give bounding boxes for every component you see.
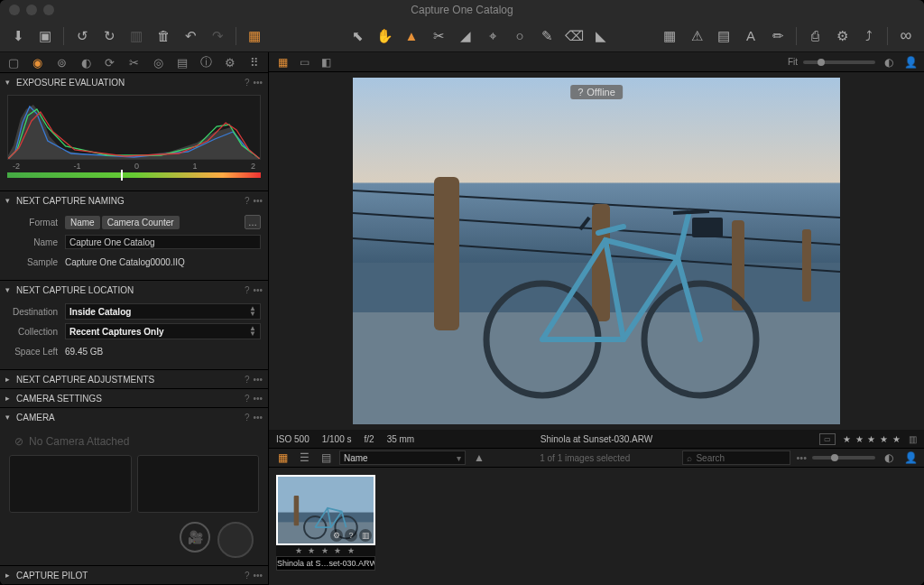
exposure-evaluation-header[interactable]: ▾ EXPOSURE EVALUATION ? ••• [0,73,268,91]
hand-tool-icon[interactable]: ✋ [375,27,393,45]
more-icon[interactable]: ••• [253,413,263,422]
redo-icon[interactable]: ↻ [100,27,118,45]
format-tokens[interactable]: Name Camera Counter … [65,215,261,229]
thumbnail-image[interactable]: ⚙ ? ▥ [276,475,375,545]
output-tab-icon[interactable]: ⚙ [224,55,237,70]
help-icon[interactable]: ? [245,413,250,422]
details-tab-icon[interactable]: ◎ [152,55,165,70]
capture-shutter-button[interactable] [217,522,254,558]
import-icon[interactable]: ⬇ [9,27,27,45]
camera-header[interactable]: ▾ CAMERA ? ••• [0,408,268,426]
export-icon[interactable]: ⤴ [860,27,878,45]
color-tab-icon[interactable]: ◐ [79,55,93,70]
lens-tab-icon[interactable]: ⊚ [55,55,69,70]
delete-icon[interactable]: 🗑 [154,27,172,45]
help-icon[interactable]: ? [245,375,250,385]
exposure-tab-icon[interactable]: ⟳ [104,55,117,70]
thumbnail[interactable]: ⚙ ? ▥ ★ ★ ★ ★ ★ Shinola at S…set-030.ARW [276,475,375,578]
undo-icon[interactable]: ↺ [73,27,91,45]
window-close-icon[interactable] [9,5,20,15]
capture-pilot-header[interactable]: ▸ CAPTURE PILOT ? ••• [0,566,268,584]
annotate-icon[interactable]: A [742,27,760,45]
brush-tool-icon[interactable]: ✎ [538,27,556,45]
more-icon[interactable]: ••• [253,375,263,385]
format-more-button[interactable]: … [245,215,261,229]
thumb-variant-icon[interactable]: ▥ [359,529,372,542]
naming-header[interactable]: ▾ NEXT CAPTURE NAMING ? ••• [0,191,268,209]
browser-exposure-icon[interactable]: ◐ [881,450,897,465]
location-header[interactable]: ▾ NEXT CAPTURE LOCATION ? ••• [0,281,268,299]
reset-icon[interactable]: ▥ [127,27,145,45]
more-icon[interactable]: ••• [253,571,263,580]
batch-tab-icon[interactable]: ⠿ [247,55,261,70]
thumbnail-rating[interactable]: ★ ★ ★ ★ ★ [276,545,375,556]
view-mode-icon[interactable]: ∞ [897,27,915,45]
movie-record-button[interactable]: 🎥 [180,522,210,552]
view-split-icon[interactable]: ◧ [318,55,334,70]
zoom-fit-label[interactable]: Fit [788,57,798,67]
help-icon[interactable]: ? [245,394,250,404]
library-tab-icon[interactable]: ▢ [7,55,21,70]
metadata-tab-icon[interactable]: ⓘ [199,55,213,70]
reset-adjustments-icon[interactable]: ↶ [181,27,199,45]
warning-icon[interactable]: ⚠ [688,27,706,45]
thumbnail-size-slider[interactable] [812,456,875,460]
camera-settings-header[interactable]: ▸ CAMERA SETTINGS ? ••• [0,389,268,407]
token-camera-counter[interactable]: Camera Counter [102,216,180,229]
focus-mask-icon[interactable]: ✏ [769,27,787,45]
thumb-adjust-icon[interactable]: ⚙ [330,529,343,542]
help-icon[interactable]: ? [245,196,250,206]
capture-icon[interactable]: ▣ [36,27,54,45]
more-icon[interactable]: ••• [253,78,263,88]
rating-stars[interactable]: ★ ★ ★ ★ ★ [843,434,901,444]
filter-more-icon[interactable]: ••• [796,452,807,463]
variant-icon[interactable]: ▥ [909,434,917,444]
more-icon[interactable]: ••• [253,196,263,206]
browser-filmstrip-icon[interactable]: ▤ [318,450,334,465]
view-single-icon[interactable]: ▭ [296,55,312,70]
token-name[interactable]: Name [65,216,100,229]
adjustments-tab-icon[interactable]: ▤ [175,55,189,70]
straighten-tool-icon[interactable]: ◢ [457,27,475,45]
adjustments-header[interactable]: ▸ NEXT CAPTURE ADJUSTMENTS ? ••• [0,370,268,388]
keystone-tool-icon[interactable]: ⌖ [484,27,502,45]
capture-tab-icon[interactable]: ◉ [32,55,45,70]
name-input[interactable] [65,235,261,249]
view-grid-icon[interactable]: ▦ [274,55,291,70]
variants-icon[interactable]: ▦ [245,27,263,45]
help-icon[interactable]: ? [245,571,250,580]
print-icon[interactable]: ⎙ [806,27,824,45]
wb-picker-icon[interactable]: ▲ [402,27,420,45]
zoom-slider[interactable] [803,60,875,64]
exposure-warning-icon[interactable]: ◐ [881,55,897,70]
browser-list-icon[interactable]: ☰ [296,450,312,465]
image-viewer[interactable]: ? Offline [269,72,924,430]
profile-icon[interactable]: 👤 [902,55,919,70]
crop-tool-icon[interactable]: ✂ [430,27,448,45]
collection-select[interactable]: Recent Captures Only▲▼ [65,323,261,339]
more-icon[interactable]: ••• [253,394,263,404]
reset-all-icon[interactable]: ↷ [208,27,226,45]
browser-profile-icon[interactable]: 👤 [902,450,919,465]
browser-search-input[interactable]: ⌕ Search [682,450,790,465]
space-left-label: Space Left [7,347,65,357]
window-title: Capture One Catalog [0,4,924,16]
grid-icon[interactable]: ▦ [661,27,679,45]
window-minimize-icon[interactable] [26,5,37,15]
color-tag[interactable]: ▭ [819,433,836,445]
settings-icon[interactable]: ⚙ [833,27,851,45]
crop-tab-icon[interactable]: ✂ [127,55,141,70]
destination-select[interactable]: Inside Catalog▲▼ [65,303,261,320]
browser-grid-icon[interactable]: ▦ [274,450,291,465]
gradient-tool-icon[interactable]: ◣ [592,27,610,45]
sort-select[interactable]: Name▾ [339,450,466,465]
eraser-tool-icon[interactable]: ⌫ [565,27,583,45]
guides-icon[interactable]: ▤ [715,27,733,45]
help-icon[interactable]: ? [245,285,250,295]
sort-direction-icon[interactable]: ▲ [471,450,487,465]
window-zoom-icon[interactable] [43,5,54,15]
cursor-tool-icon[interactable]: ⬉ [348,27,366,45]
more-icon[interactable]: ••• [253,285,263,295]
help-icon[interactable]: ? [245,78,250,88]
spot-tool-icon[interactable]: ○ [511,27,529,45]
